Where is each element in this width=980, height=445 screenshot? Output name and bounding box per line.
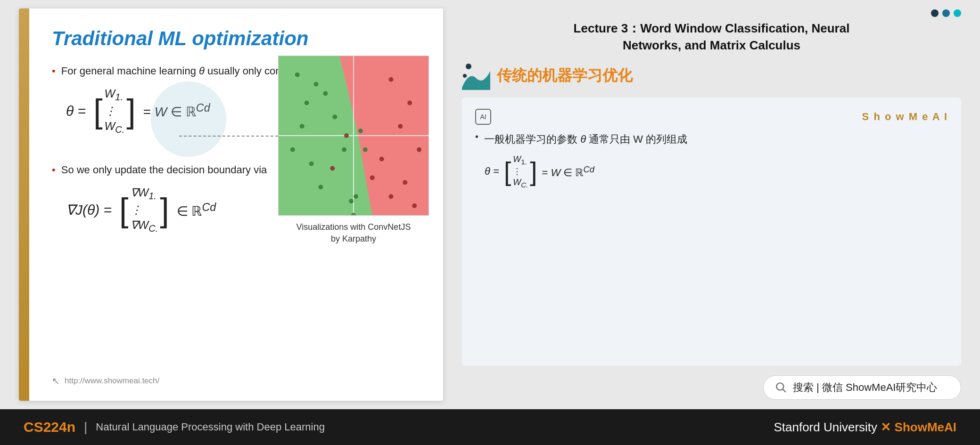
bullet-dot-1: • — [52, 64, 56, 79]
grad-row-2: ⋮ — [131, 203, 142, 217]
svg-point-8 — [332, 114, 337, 119]
svg-point-23 — [412, 203, 417, 208]
left-bracket-1: [ — [93, 95, 102, 128]
svg-point-26 — [354, 194, 358, 199]
course-code: CS224n — [24, 419, 75, 435]
course-description: Natural Language Processing with Deep Le… — [96, 421, 325, 433]
svg-point-22 — [370, 175, 375, 180]
left-slide: Traditional ML optimization • For genera… — [19, 8, 443, 401]
cn-bullet-text: 一般机器学习的参数 θ 通常只由 W 的列组成 — [484, 131, 687, 147]
divider: | — [84, 420, 87, 435]
badge-row: AI S h o w M e A I — [475, 109, 948, 125]
svg-point-24 — [358, 129, 363, 133]
matrix-row-1: W1. — [105, 87, 123, 103]
right-bracket-1: ] — [126, 95, 135, 128]
lecture-subtitle-row: 传统的机器学习优化 — [462, 62, 961, 90]
footer-brand: ShowMeAI — [895, 420, 956, 434]
cn-equals-W: = W ∈ ℝCd — [542, 164, 594, 179]
svg-point-9 — [300, 124, 305, 129]
scatter-plot-svg — [278, 56, 429, 216]
cn-left-bracket: [ — [504, 159, 511, 185]
cn-theta-label: θ = — [485, 165, 499, 178]
slide-footer: ↖ http://www.showmeai.tech/ — [52, 375, 420, 387]
svg-point-15 — [389, 77, 394, 82]
theta-symbol: θ = — [66, 103, 86, 119]
svg-point-32 — [776, 383, 783, 390]
svg-point-17 — [398, 124, 403, 129]
cn-matrix: [ W1. ⋮ WC. ] — [504, 154, 537, 189]
svg-point-13 — [342, 147, 346, 152]
svg-point-18 — [417, 147, 421, 152]
cn-right-bracket: ] — [530, 159, 537, 185]
svg-line-33 — [783, 389, 786, 392]
search-icon — [775, 381, 787, 394]
x-mark: ✕ — [881, 420, 894, 434]
cn-bullet-item: • 一般机器学习的参数 θ 通常只由 W 的列组成 — [475, 131, 948, 147]
matrix-row-3: WC. — [105, 120, 125, 135]
lecture-title-line1: Lecture 3：Word Window Classification, Ne… — [462, 20, 961, 37]
matrix-col-1: W1. ⋮ WC. — [103, 87, 127, 135]
svg-point-31 — [463, 74, 467, 78]
vis-container: Visualizations with ConvNetJSby Karpathy — [278, 56, 429, 245]
slide-title: Traditional ML optimization — [52, 27, 420, 50]
dots-row — [462, 9, 961, 17]
svg-point-10 — [290, 147, 295, 152]
svg-point-6 — [305, 100, 309, 105]
slide-border — [19, 8, 29, 401]
ai-icon-box: AI — [475, 109, 491, 125]
dot-1 — [931, 9, 939, 17]
svg-point-20 — [403, 180, 407, 185]
svg-point-7 — [323, 91, 328, 96]
svg-point-19 — [379, 157, 384, 162]
grad-row-3: ∇WC. — [131, 218, 158, 234]
lecture-icon-svg — [462, 62, 490, 90]
grad-row-1: ∇W1. — [131, 186, 156, 202]
svg-point-5 — [314, 82, 319, 87]
matrix-grad: [ ∇W1. ⋮ ∇WC. ] — [119, 186, 169, 234]
right-panel: Lecture 3：Word Window Classification, Ne… — [443, 0, 980, 409]
footer-url: http://www.showmeai.tech/ — [65, 376, 159, 386]
bullet-text-2: So we only update the decision boundary … — [61, 163, 267, 178]
search-bar[interactable]: 搜索 | 微信 ShowMeAI研究中心 — [763, 375, 961, 400]
left-bracket-2: [ — [119, 194, 128, 227]
right-bracket-2: ] — [160, 194, 169, 227]
matrix-row-2: ⋮ — [105, 105, 116, 118]
svg-point-25 — [363, 147, 368, 152]
svg-point-30 — [466, 64, 471, 69]
matrix-col-2: ∇W1. ⋮ ∇WC. — [129, 186, 160, 234]
svg-point-29 — [330, 166, 335, 171]
cn-formula-inline: θ = [ W1. ⋮ WC. ] = W ∈ ℝCd — [485, 154, 948, 189]
svg-point-4 — [295, 73, 300, 77]
svg-point-14 — [349, 199, 354, 203]
dashed-line — [179, 136, 278, 137]
cn-matrix-col: W1. ⋮ WC. — [511, 154, 530, 189]
cn-formula-area: θ = [ W1. ⋮ WC. ] = W ∈ ℝCd — [485, 154, 948, 189]
cn-row-2: ⋮ — [513, 166, 521, 177]
svg-point-16 — [407, 100, 412, 105]
bottom-right: Stanford University ✕ ShowMeAI — [774, 420, 956, 435]
dot-2 — [942, 9, 950, 17]
matrix-theta: [ W1. ⋮ WC. ] — [93, 87, 136, 135]
svg-point-11 — [309, 162, 314, 166]
bottom-bar: CS224n | Natural Language Processing wit… — [0, 409, 980, 445]
cn-bullet-dot: • — [475, 131, 478, 142]
vis-caption: Visualizations with ConvNetJSby Karpathy — [278, 221, 429, 245]
cn-row-1: W1. — [513, 154, 527, 166]
lecture-header: Lecture 3：Word Window Classification, Ne… — [462, 20, 961, 54]
bullet-dot-2: • — [52, 163, 56, 178]
svg-point-21 — [389, 194, 394, 199]
ai-icon-text: AI — [480, 113, 486, 121]
cursor-icon: ↖ — [52, 375, 60, 387]
svg-point-12 — [318, 185, 323, 189]
circle-decoration — [151, 81, 226, 157]
svg-point-28 — [344, 133, 349, 138]
grad-symbol: ∇J(θ) = — [66, 202, 112, 218]
lecture-title-line2: Networks, and Matrix Calculus — [462, 37, 961, 54]
showmeai-brand: S h o w M e A I — [862, 111, 948, 123]
lecture-subtitle-cn: 传统的机器学习优化 — [497, 65, 633, 86]
grad-set: ∈ ℝCd — [177, 201, 216, 219]
search-bar-text: 搜索 | 微信 ShowMeAI研究中心 — [793, 380, 937, 395]
dot-3 — [954, 9, 961, 17]
cn-row-3: WC. — [513, 178, 528, 189]
university-name: Stanford University — [774, 420, 877, 434]
